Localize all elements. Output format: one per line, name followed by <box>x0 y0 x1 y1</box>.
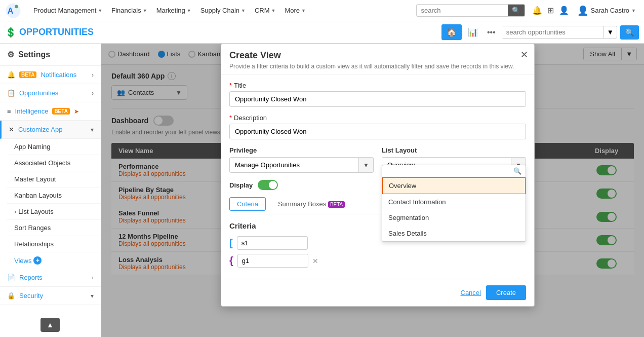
ll-option-contact[interactable]: Contact Information <box>382 194 526 210</box>
summary-boxes-tab[interactable]: Summary Boxes BETA <box>271 198 352 210</box>
criteria-row-2: { ✕ <box>229 254 526 268</box>
notifications-label: Notifications <box>41 71 76 79</box>
sidebar-subitem-list-layouts[interactable]: › List Layouts <box>7 204 101 220</box>
person-icon[interactable]: 👤 <box>559 6 569 15</box>
privilege-select[interactable]: Manage Opportunities <box>230 158 358 172</box>
reports-icon: 📄 <box>7 274 15 281</box>
sidebar-item-intelligence[interactable]: ≡ Intelligence BETA ➤ <box>0 102 101 121</box>
sidebar: ⚙ Settings 🔔 BETA Notifications › 📋 Oppo… <box>0 44 101 337</box>
svg-text:A: A <box>8 6 14 15</box>
nav-product-management[interactable]: Product Management ▼ <box>29 5 106 16</box>
summary-beta-badge: BETA <box>328 201 345 208</box>
security-label: Security <box>19 292 43 299</box>
sidebar-subitem-master-layout[interactable]: Master Layout <box>7 171 101 188</box>
sidebar-item-security[interactable]: 🔒 Security ▾ <box>0 287 101 305</box>
privilege-select-wrapper: Manage Opportunities ▼ <box>229 157 374 173</box>
list-layout-label: List Layout <box>382 146 526 154</box>
create-button[interactable]: Create <box>486 285 526 300</box>
search-glass-icon: 🔍 <box>513 167 521 175</box>
display-toggle[interactable] <box>258 180 278 190</box>
bell-icon[interactable]: 🔔 <box>532 6 542 15</box>
privilege-label: Privilege <box>229 146 374 154</box>
modal-close-button[interactable]: ✕ <box>520 49 528 60</box>
privilege-listlayout-row: Privilege Manage Opportunities ▼ List La… <box>229 146 526 173</box>
nav-financials[interactable]: Financials ▼ <box>107 5 151 16</box>
list-layout-search-input[interactable] <box>386 167 511 175</box>
nav-marketing[interactable]: Marketing ▼ <box>152 5 195 16</box>
create-view-modal: Create View Provide a filter criteria to… <box>221 44 535 307</box>
app-title-area: 💲 OPPORTUNITIES <box>5 27 441 38</box>
sidebar-item-reports[interactable]: 📄 Reports › <box>0 269 101 287</box>
cancel-button[interactable]: Cancel <box>461 285 481 300</box>
sidebar-subitem-app-naming[interactable]: App Naming <box>7 139 101 155</box>
search-button[interactable]: 🔍 <box>508 5 525 16</box>
security-arrow: ▾ <box>91 292 94 299</box>
svg-point-2 <box>15 5 18 8</box>
search-opp-dropdown[interactable]: ▼ <box>603 26 617 38</box>
views-plus-icon[interactable]: + <box>33 256 42 265</box>
app-title: OPPORTUNITIES <box>19 27 94 38</box>
bell-sidebar-icon: 🔔 <box>7 71 15 79</box>
criteria-input-1[interactable] <box>237 236 308 250</box>
title-input[interactable] <box>229 91 526 107</box>
gear-icon: ⚙ <box>7 50 14 59</box>
second-bar: 💲 OPPORTUNITIES 🏠 📊 ••• ▼ 🔍 <box>0 21 644 44</box>
search-opportunities-input[interactable] <box>502 26 603 38</box>
nav-items: Product Management ▼ Financials ▼ Market… <box>29 5 413 16</box>
sidebar-item-customize-app[interactable]: ✕ Customize App ▾ <box>0 121 101 139</box>
sidebar-subitem-sort-ranges[interactable]: Sort Ranges <box>7 220 101 236</box>
chevron-icon: ▼ <box>241 8 246 13</box>
top-search: 🔍 <box>416 4 525 17</box>
search-opp-button[interactable]: 🔍 <box>620 25 639 40</box>
user-chevron-icon: ▼ <box>631 8 636 13</box>
description-input[interactable] <box>229 124 526 139</box>
content-area: Dashboard Lists Kanban Show All ▼ Defaul… <box>101 44 644 337</box>
sidebar-subitem-relationships[interactable]: Relationships <box>7 236 101 252</box>
notifications-arrow: › <box>92 71 94 79</box>
chevron-icon: ▼ <box>98 8 102 13</box>
security-icon: 🔒 <box>7 292 15 299</box>
criteria-input-2[interactable] <box>237 254 308 268</box>
description-form-group: * Description <box>229 114 526 139</box>
modal-overlay: Create View Provide a filter criteria to… <box>101 44 644 337</box>
sidebar-subitem-associated-objects[interactable]: Associated Objects <box>7 155 101 171</box>
arrow-icon: ➤ <box>74 108 79 115</box>
customize-app-label: Customize App <box>18 126 62 133</box>
desc-label: * Description <box>229 114 526 122</box>
sidebar-item-opportunities[interactable]: 📋 Opportunities › <box>0 84 101 102</box>
sidebar-subitem-views[interactable]: Views + <box>7 252 101 269</box>
logo[interactable]: A <box>5 3 21 19</box>
sidebar-subitem-kanban-layouts[interactable]: Kanban Layouts <box>7 188 101 204</box>
sidebar-item-notifications[interactable]: 🔔 BETA Notifications › <box>0 66 101 84</box>
user-menu[interactable]: 👤 Sarah Castro ▼ <box>574 3 639 18</box>
main-layout: ⚙ Settings 🔔 BETA Notifications › 📋 Oppo… <box>0 44 644 337</box>
scroll-to-top-button[interactable]: ▲ <box>41 318 60 332</box>
display-toggle-knob <box>269 181 277 189</box>
nav-more[interactable]: More ▼ <box>280 5 310 16</box>
ll-option-segmentation[interactable]: Segmentation <box>382 210 526 226</box>
nav-supply-chain[interactable]: Supply Chain ▼ <box>196 5 250 16</box>
home-button[interactable]: 🏠 <box>441 24 462 40</box>
list-layout-group: List Layout Overview ▼ <box>382 146 526 173</box>
chart-icon-button[interactable]: 📊 <box>465 25 481 39</box>
title-label: * Title <box>229 82 526 89</box>
criteria-tab[interactable]: Criteria <box>229 197 266 211</box>
customize-submenu: App Naming Associated Objects Master Lay… <box>0 139 101 269</box>
user-name: Sarah Castro <box>590 7 629 14</box>
sidebar-title: Settings <box>18 50 50 59</box>
reports-arrow: › <box>92 274 94 281</box>
sidebar-header: ⚙ Settings <box>0 44 101 66</box>
reports-label: Reports <box>19 274 43 281</box>
ll-option-overview[interactable]: Overview <box>382 177 526 194</box>
chevron-icon: ▼ <box>271 8 276 13</box>
modal-title: Create View <box>229 50 526 61</box>
search-opportunities: ▼ <box>502 26 617 39</box>
chevron-icon: ▼ <box>143 8 147 13</box>
search-input[interactable] <box>417 5 508 16</box>
grid-icon[interactable]: ⊞ <box>547 6 554 15</box>
more-dots-button[interactable]: ••• <box>484 26 499 39</box>
remove-criteria-button[interactable]: ✕ <box>312 257 318 265</box>
nav-crm[interactable]: CRM ▼ <box>251 5 280 16</box>
ll-option-sales-details[interactable]: Sales Details <box>382 226 526 241</box>
modal-footer: Cancel Create <box>221 279 534 306</box>
